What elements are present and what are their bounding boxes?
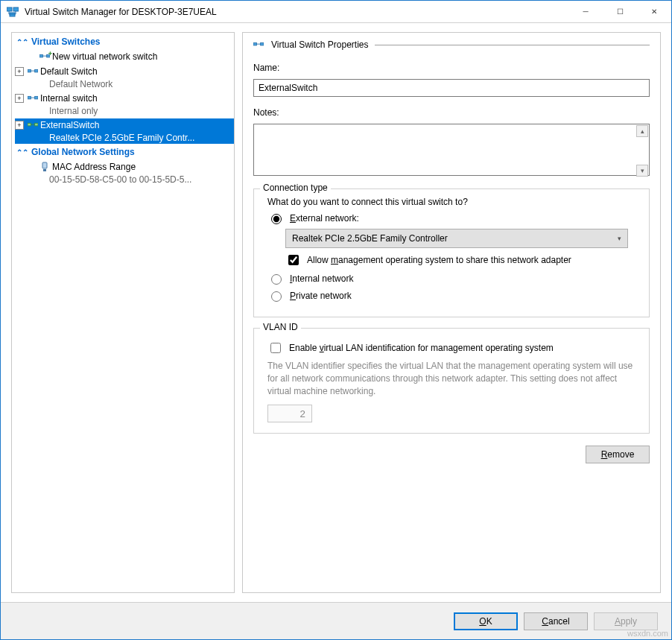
connection-question: What do you want to connect this virtual…	[267, 197, 640, 207]
checkbox-allow-mgmt-input[interactable]	[288, 255, 299, 265]
radio-label: Internal network	[290, 273, 353, 284]
vlan-id-input	[267, 405, 312, 422]
vlan-description: The VLAN identifier specifies the virtua…	[267, 360, 640, 397]
checkbox-enable-vlan[interactable]: Enable virtual LAN identification for ma…	[267, 340, 640, 355]
radio-external-input[interactable]	[271, 214, 282, 224]
network-icon	[253, 40, 265, 49]
properties-header: Virtual Switch Properties	[253, 37, 650, 52]
svg-rect-21	[261, 42, 264, 45]
tree-sublabel: 00-15-5D-58-C5-00 to 00-15-5D-5...	[15, 174, 234, 186]
radio-external[interactable]: External network:	[267, 212, 640, 224]
collapse-icon: ⌃⌃	[16, 38, 28, 46]
network-icon	[27, 94, 39, 103]
radio-private[interactable]: Private network	[267, 289, 640, 302]
svg-rect-20	[253, 42, 256, 45]
notes-input[interactable]	[253, 124, 650, 176]
expand-icon[interactable]: +	[15, 67, 24, 76]
scroll-up-icon[interactable]: ▴	[636, 125, 648, 137]
ok-button[interactable]: OK	[454, 612, 518, 630]
switch-tree-panel: ⌃⌃ Virtual Switches New virtual network …	[11, 32, 235, 593]
radio-internal[interactable]: Internal network	[267, 272, 640, 285]
network-add-icon	[39, 52, 51, 61]
adapter-select[interactable]: Realtek PCIe 2.5GbE Family Controller ▾	[285, 229, 628, 248]
svg-rect-6	[39, 54, 42, 57]
tree-item-default-switch[interactable]: + Default Switch Default Network	[12, 64, 234, 91]
radio-private-input[interactable]	[271, 291, 282, 302]
svg-rect-12	[28, 96, 31, 99]
scroll-down-icon[interactable]: ▾	[636, 165, 648, 177]
connection-type-group: Connection type What do you want to conn…	[253, 188, 650, 317]
group-legend: VLAN ID	[260, 322, 301, 332]
svg-rect-10	[35, 69, 38, 72]
vlan-group: VLAN ID Enable virtual LAN identificatio…	[253, 328, 650, 434]
tree-section-virtual-switches[interactable]: ⌃⌃ Virtual Switches	[12, 34, 234, 49]
tree-label: Default Switch	[40, 66, 98, 77]
group-legend: Connection type	[260, 183, 331, 193]
section-label: Global Network Settings	[31, 147, 135, 157]
tree-label: Internal switch	[40, 93, 98, 104]
svg-rect-7	[47, 54, 50, 57]
tree-section-global-settings[interactable]: ⌃⌃ Global Network Settings	[12, 145, 234, 159]
name-input[interactable]	[253, 79, 650, 97]
expand-icon[interactable]: +	[15, 94, 24, 103]
minimize-button[interactable]: ─	[568, 1, 603, 22]
network-icon	[27, 121, 39, 130]
network-icon	[27, 67, 39, 76]
radio-internal-input[interactable]	[271, 274, 282, 285]
checkbox-label: Allow management operating system to sha…	[307, 255, 571, 265]
radio-label: External network:	[290, 213, 359, 224]
tree-label: MAC Address Range	[52, 162, 136, 172]
svg-rect-9	[28, 69, 31, 72]
tree-item-internal-switch[interactable]: + Internal switch Internal only	[12, 91, 234, 118]
svg-rect-15	[28, 123, 31, 126]
mac-icon	[39, 162, 51, 172]
svg-rect-19	[43, 169, 46, 171]
tree-sublabel: Internal only	[15, 105, 234, 117]
tree-item-new-switch[interactable]: New virtual network switch	[12, 49, 234, 64]
expand-icon[interactable]: +	[15, 121, 24, 130]
svg-rect-13	[35, 96, 38, 99]
close-button[interactable]: ✕	[637, 1, 671, 22]
tree-sublabel: Realtek PCIe 2.5GbE Family Contr...	[15, 132, 234, 144]
properties-panel: Virtual Switch Properties Name: Notes: ▴…	[242, 32, 661, 593]
adapter-value: Realtek PCIe 2.5GbE Family Controller	[292, 233, 448, 244]
svg-rect-1	[13, 7, 19, 11]
cancel-button[interactable]: Cancel	[524, 612, 588, 630]
checkbox-label: Enable virtual LAN identification for ma…	[289, 343, 554, 353]
tree-label: ExternalSwitch	[40, 120, 99, 130]
window-title: Virtual Switch Manager for DESKTOP-3E7UE…	[25, 7, 568, 17]
name-label: Name:	[253, 63, 650, 73]
checkbox-allow-mgmt[interactable]: Allow management operating system to sha…	[285, 253, 640, 267]
titlebar: Virtual Switch Manager for DESKTOP-3E7UE…	[1, 1, 671, 23]
svg-rect-0	[7, 7, 12, 11]
app-icon	[7, 6, 19, 18]
tree-label: New virtual network switch	[52, 51, 157, 62]
chevron-down-icon: ▾	[618, 235, 621, 242]
tree-sublabel: Default Network	[15, 78, 234, 90]
collapse-icon: ⌃⌃	[16, 148, 28, 156]
apply-button: Apply	[594, 612, 658, 630]
svg-rect-18	[42, 162, 47, 168]
checkbox-enable-vlan-input[interactable]	[270, 343, 281, 353]
radio-label: Private network	[290, 291, 352, 301]
svg-rect-16	[35, 123, 38, 126]
dialog-button-bar: OK Cancel Apply	[1, 602, 671, 639]
window-controls: ─ ☐ ✕	[568, 1, 671, 22]
header-label: Virtual Switch Properties	[271, 39, 369, 50]
watermark: wsxdn.com	[627, 629, 668, 638]
remove-button[interactable]: Remove	[586, 446, 650, 463]
tree-item-external-switch[interactable]: + ExternalSwitch Realtek PCIe 2.5GbE Fam…	[12, 118, 234, 145]
notes-label: Notes:	[253, 107, 650, 118]
tree-item-mac-range[interactable]: MAC Address Range 00-15-5D-58-C5-00 to 0…	[12, 159, 234, 186]
maximize-button[interactable]: ☐	[603, 1, 637, 22]
section-label: Virtual Switches	[31, 37, 100, 47]
